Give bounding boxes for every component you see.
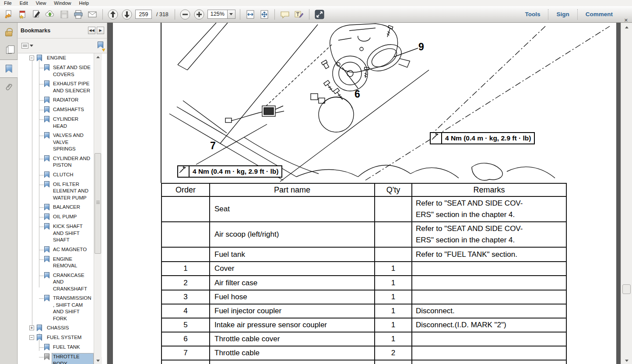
open-icon[interactable] — [3, 9, 14, 20]
bookmark-icon — [44, 204, 49, 210]
scroll-down-icon[interactable] — [94, 357, 102, 364]
tools-link[interactable]: Tools — [517, 11, 548, 18]
bookmark-icon — [44, 64, 49, 71]
menu-file[interactable]: File — [0, 0, 16, 6]
bookmark-icon — [37, 55, 42, 61]
text-annotation-icon[interactable] — [293, 9, 305, 20]
canvas-edge — [107, 23, 113, 364]
zoom-in-icon[interactable] — [193, 9, 205, 20]
bookmark-item[interactable]: AC MAGNETO — [18, 246, 93, 253]
bookmark-item-engine[interactable]: ENGINE — [18, 55, 93, 62]
zoom-level-value[interactable]: 125% — [207, 10, 228, 19]
column-header-order: Order — [162, 183, 210, 196]
bookmark-item[interactable]: CYLINDER HEAD — [18, 116, 93, 130]
bookmark-item[interactable]: SEAT AND SIDE COVERS — [18, 64, 93, 78]
navigation-rail — [0, 23, 18, 364]
save-icon[interactable] — [59, 9, 70, 20]
expand-panel-icon[interactable]: ▶ — [97, 27, 104, 34]
upload-cloud-icon[interactable] — [45, 9, 56, 20]
bookmark-item[interactable]: OIL PUMP — [18, 214, 93, 220]
bookmark-icon — [44, 80, 49, 87]
bookmark-item-fuel-system[interactable]: FUEL SYSTEM — [18, 334, 93, 341]
callout-7: 7 — [210, 140, 216, 152]
goto-current-bookmark-icon[interactable] — [98, 42, 103, 50]
collapse-expander-icon[interactable] — [29, 335, 34, 340]
bookmark-icon — [44, 344, 49, 350]
bookmark-item[interactable]: EXHAUST PIPE AND SILENCER — [18, 80, 93, 94]
bookmark-item[interactable]: RADIATOR — [18, 97, 93, 104]
zoom-dropdown-icon[interactable] — [228, 10, 235, 19]
bookmark-item[interactable]: CAMSHAFTS — [18, 106, 93, 113]
table-row: 6 Throttle cable cover 1 — [162, 332, 566, 346]
bookmarks-panel-title: Bookmarks — [21, 28, 50, 34]
bookmark-icon — [37, 325, 42, 331]
bookmark-icon — [44, 295, 49, 301]
bookmark-options-menu-icon[interactable] — [21, 43, 33, 49]
email-icon[interactable] — [87, 9, 98, 20]
bookmark-item-throttle-body[interactable]: THROTTLE BODY — [18, 354, 93, 364]
callout-6: 6 — [355, 88, 360, 100]
bookmark-icon — [44, 214, 49, 220]
menu-view[interactable]: View — [32, 0, 50, 6]
scroll-up-icon[interactable] — [621, 24, 632, 31]
next-page-icon[interactable] — [121, 9, 133, 20]
menu-window[interactable]: Window — [50, 0, 75, 6]
wrench-icon — [178, 166, 190, 177]
bookmark-icon — [44, 223, 49, 230]
sign-page-icon[interactable] — [31, 9, 42, 20]
bookmark-icon — [37, 334, 42, 341]
table-row-partial — [162, 360, 566, 364]
bookmark-item[interactable]: VALVES AND VALVE SPRINGS — [18, 132, 93, 153]
comment-link[interactable]: Comment — [578, 11, 621, 18]
print-icon[interactable] — [73, 9, 84, 20]
bookmarks-panel: Bookmarks ◀◀ ▶ ENGINE SEAT AND SIDE COVE… — [18, 23, 107, 364]
fit-width-icon[interactable] — [245, 9, 256, 20]
diagram-line-art — [113, 23, 616, 183]
expand-expander-icon[interactable] — [29, 326, 34, 330]
zoom-out-icon[interactable] — [179, 9, 191, 20]
bookmarks-tab-icon[interactable] — [0, 60, 18, 78]
scroll-down-icon[interactable] — [621, 357, 632, 364]
menu-help[interactable]: Help — [75, 0, 93, 6]
close-icon[interactable]: ✕ — [624, 18, 628, 22]
page-number-input[interactable] — [135, 10, 152, 19]
panel-scrollbar-thumb[interactable] — [95, 153, 101, 254]
bookmark-icon — [44, 132, 49, 139]
bookmark-item[interactable]: KICK SHAFT AND SHIFT SHAFT — [18, 223, 93, 244]
fit-page-icon[interactable] — [259, 9, 270, 20]
bookmark-item[interactable]: CRANKCASE AND CRANKSHAFT — [18, 272, 93, 293]
bookmark-item[interactable]: CLUTCH — [18, 172, 93, 178]
wrench-icon — [431, 133, 442, 144]
bookmark-icon — [44, 181, 49, 188]
parts-table: Order Part name Q'ty Remarks Seat Refer … — [161, 183, 567, 364]
table-header-row: Order Part name Q'ty Remarks — [162, 183, 566, 196]
scroll-up-icon[interactable] — [94, 53, 102, 60]
bookmark-item-fuel-tank[interactable]: FUEL TANK — [18, 344, 93, 351]
table-row: Air scoop (left/right) Refer to "SEAT AN… — [162, 222, 566, 247]
document-scrollbar[interactable] — [621, 23, 632, 364]
lock-icon[interactable] — [0, 23, 18, 41]
bookmark-icon — [44, 116, 49, 122]
bookmark-item[interactable]: CYLINDER AND PISTON — [18, 155, 93, 169]
collapse-panel-icon[interactable]: ◀◀ — [88, 27, 95, 34]
comment-bubble-icon[interactable] — [279, 9, 291, 20]
previous-page-icon[interactable] — [107, 9, 119, 20]
create-pdf-icon[interactable] — [17, 9, 28, 20]
document-scrollbar-thumb[interactable] — [622, 284, 631, 294]
menu-bar: File Edit View Window Help — [0, 0, 632, 6]
bookmark-item-chassis[interactable]: CHASSIS — [18, 325, 93, 332]
collapse-expander-icon[interactable] — [29, 56, 34, 60]
menu-edit[interactable]: Edit — [16, 0, 32, 6]
column-header-qty: Q'ty — [375, 183, 412, 196]
bookmark-item[interactable]: ENGINE REMOVAL — [18, 256, 93, 270]
bookmark-item[interactable]: BALANCER — [18, 204, 93, 211]
sign-link[interactable]: Sign — [548, 11, 577, 18]
page-thumbnails-icon[interactable] — [0, 41, 18, 60]
panel-scrollbar[interactable] — [94, 53, 102, 364]
attachments-icon[interactable] — [0, 78, 18, 96]
fullscreen-icon[interactable] — [314, 9, 325, 20]
bookmark-icon — [44, 155, 49, 162]
bookmark-item[interactable]: TRANSMISSION , SHIFT CAM AND SHIFT FORK — [18, 295, 93, 322]
bookmark-item[interactable]: OIL FILTER ELEMENT AND WATER PUMP — [18, 181, 93, 202]
column-header-part-name: Part name — [210, 183, 375, 196]
